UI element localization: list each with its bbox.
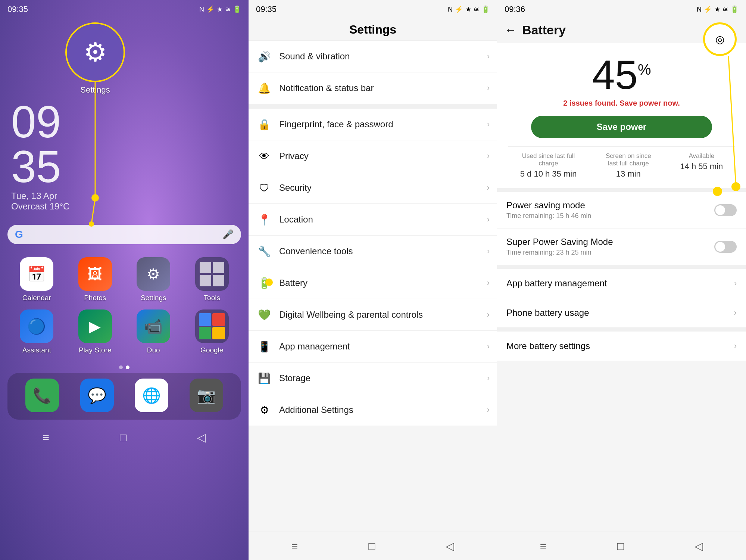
super-power-saving-option[interactable]: Super Power Saving Mode Time remaining: … <box>497 228 746 265</box>
signal2-icon: ≋ <box>225 5 231 13</box>
privacy-icon: 👁 <box>256 148 272 164</box>
privacy-chevron: › <box>487 151 490 161</box>
settings-item-convenience[interactable]: 🔧 Convenience tools › <box>249 236 497 267</box>
settings-grid-icon: ⚙ <box>137 257 170 291</box>
app-settings-grid[interactable]: ⚙ Settings <box>128 257 179 302</box>
battery-menu-phone-usage[interactable]: Phone battery usage › <box>497 298 746 328</box>
save-power-button[interactable]: Save power <box>531 116 712 138</box>
apps-grid: 📅 Calendar 🖼 Photos ⚙ Settings <box>0 250 249 362</box>
google-icon <box>195 309 229 343</box>
settings-item-additional[interactable]: ⚙ Additional Settings › <box>249 394 497 426</box>
home-back-btn[interactable]: ◁ <box>197 431 206 444</box>
settings-gear-icon: ⚙ <box>84 37 107 68</box>
settings-home-btn[interactable]: □ <box>368 540 375 553</box>
settings-screen: 09:35 N ⚡ ★ ≋ 🔋 Settings 🔊 Sound & vibra… <box>249 0 497 560</box>
more-settings-chevron: › <box>734 341 737 351</box>
power-saving-title: Power saving mode <box>506 200 714 211</box>
settings-item-appmanagement[interactable]: 📱 App management › <box>249 331 497 363</box>
battery-menu-more-settings[interactable]: More battery settings › <box>497 332 746 361</box>
home-nav: ≡ □ ◁ <box>0 423 249 451</box>
signal-icon: N <box>199 6 204 13</box>
battery-percentage-display: 45% <box>592 54 651 95</box>
dock-camera[interactable]: 📷 <box>183 379 230 412</box>
storage-icon: 💾 <box>256 370 272 386</box>
super-power-saving-left: Super Power Saving Mode Time remaining: … <box>506 237 714 256</box>
app-playstore[interactable]: ▶ Play Store <box>70 309 121 354</box>
duo-icon: 📹 <box>137 309 170 343</box>
battery-status-icons: N ⚡ ★ ≋ 🔋 <box>697 5 739 13</box>
settings-back-btn[interactable]: ◁ <box>446 539 454 553</box>
app-calendar[interactable]: 📅 Calendar <box>11 257 62 302</box>
settings-item-wellbeing[interactable]: 💚 Digital Wellbeing & parental controls … <box>249 299 497 331</box>
photos-label: Photos <box>84 294 106 302</box>
battery-divider-1 <box>497 188 746 192</box>
home-home-btn[interactable]: □ <box>120 431 127 444</box>
settings-highlight[interactable]: ⚙ Settings <box>65 22 125 95</box>
clock-display: 09 35 <box>11 99 237 189</box>
battery-back-nav-btn[interactable]: ◁ <box>695 539 703 553</box>
more-battery-settings-label: More battery settings <box>506 341 590 351</box>
settings-highlight-label: Settings <box>65 85 125 95</box>
settings-item-privacy[interactable]: 👁 Privacy › <box>249 140 497 172</box>
mic-icon[interactable]: 🎤 <box>222 229 234 240</box>
power-saving-left: Power saving mode Time remaining: 15 h 4… <box>506 200 714 220</box>
settings-item-sound[interactable]: 🔊 Sound & vibration › <box>249 40 497 72</box>
battery-menu-btn[interactable]: ≡ <box>540 540 547 553</box>
super-power-saving-sub: Time remaining: 23 h 25 min <box>506 249 714 256</box>
dot-1 <box>119 365 123 369</box>
settings-item-security[interactable]: 🛡 Security › <box>249 172 497 204</box>
s-sig2-icon: ≋ <box>474 5 479 13</box>
calendar-label: Calendar <box>22 294 51 302</box>
battery-home-btn[interactable]: □ <box>617 540 624 553</box>
app-management-chevron: › <box>734 279 737 288</box>
dock-messages[interactable]: 💬 <box>74 379 121 412</box>
power-saving-toggle[interactable] <box>714 204 737 216</box>
settings-item-storage[interactable]: 💾 Storage › <box>249 363 497 394</box>
page-dots <box>0 365 249 369</box>
settings-item-notification[interactable]: 🔔 Notification & status bar › <box>249 72 497 104</box>
appmanagement-icon: 📱 <box>256 338 272 355</box>
app-assistant[interactable]: 🔵 Assistant <box>11 309 62 354</box>
settings-item-battery[interactable]: 🔋 Battery › Battery <box>249 267 497 299</box>
convenience-chevron: › <box>487 246 490 256</box>
stat-used-label: Used since last full charge <box>521 152 577 167</box>
settings-menu-btn[interactable]: ≡ <box>291 540 298 553</box>
stat-used: Used since last full charge 5 d 10 h 35 … <box>520 152 577 179</box>
playstore-icon: ▶ <box>78 309 112 343</box>
dock-chrome[interactable]: 🌐 <box>128 379 175 412</box>
dock-phone[interactable]: 📞 <box>19 379 66 412</box>
fingerprint-chevron: › <box>487 119 490 129</box>
battery-divider-3 <box>497 328 746 332</box>
home-menu-btn[interactable]: ≡ <box>43 431 50 444</box>
battery-page-title: Battery <box>522 23 566 37</box>
fingerprint-label: Fingerprint, face & password <box>279 119 480 130</box>
battery-yellow-dot <box>713 187 722 196</box>
fingerprint-icon: 🔒 <box>256 116 272 133</box>
b-bt-icon: ★ <box>714 5 720 13</box>
battery-menu-app-management[interactable]: App battery management › <box>497 269 746 298</box>
app-tools[interactable]: Tools <box>187 257 238 302</box>
additional-chevron: › <box>487 405 490 415</box>
location-icon: 📍 <box>256 211 272 228</box>
battery-screen-time: 09:36 <box>505 4 525 14</box>
notification-icon: 🔔 <box>256 80 272 96</box>
b-signal-icon: N <box>697 6 702 13</box>
settings-item-location[interactable]: 📍 Location › <box>249 204 497 236</box>
search-bar[interactable]: G 🎤 <box>7 225 241 244</box>
settings-grid-label: Settings <box>141 294 166 302</box>
app-battery-management-label: App battery management <box>506 278 607 289</box>
battery-connector-dot <box>265 279 273 286</box>
date-display: Tue, 13 Apr Overcast 19°C <box>11 191 237 212</box>
super-power-saving-toggle[interactable] <box>714 241 737 253</box>
battery-chevron: › <box>487 278 490 288</box>
battery-back-button[interactable]: ← <box>505 23 516 37</box>
calendar-icon: 📅 <box>20 257 53 291</box>
app-duo[interactable]: 📹 Duo <box>128 309 179 354</box>
app-google[interactable]: Google <box>187 309 238 354</box>
sound-icon: 🔊 <box>256 48 272 65</box>
home-time: 09:35 <box>7 4 28 14</box>
power-saving-option[interactable]: Power saving mode Time remaining: 15 h 4… <box>497 192 746 228</box>
app-photos[interactable]: 🖼 Photos <box>70 257 121 302</box>
convenience-label: Convenience tools <box>279 246 480 256</box>
settings-item-fingerprint[interactable]: 🔒 Fingerprint, face & password › <box>249 109 497 140</box>
